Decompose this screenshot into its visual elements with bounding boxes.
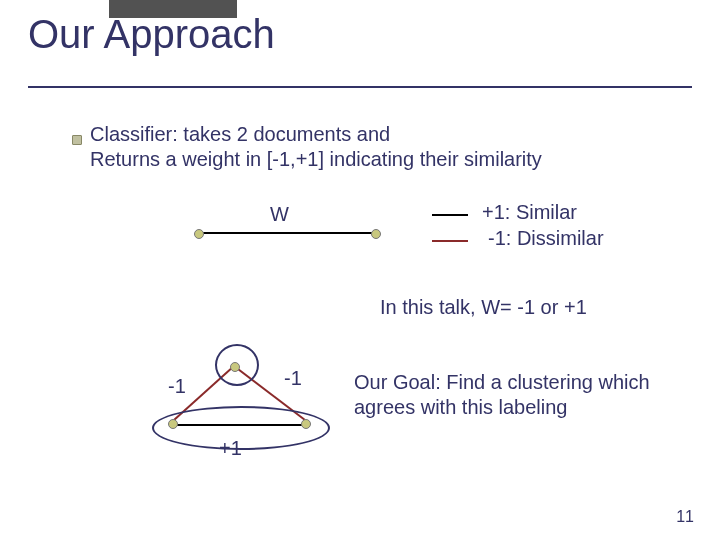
title-underline — [28, 86, 692, 88]
doc-node-a — [194, 229, 204, 239]
legend-similar-line — [432, 214, 468, 216]
legend-similar-text: +1: Similar — [482, 201, 577, 224]
legend-dissimilar-line — [432, 240, 468, 242]
w-edge-label: W — [270, 203, 289, 226]
goal-text-line1: Our Goal: Find a clustering which agrees… — [354, 370, 674, 420]
slide-number: 11 — [676, 508, 694, 526]
edge-neg1-left: -1 — [168, 375, 186, 398]
cluster-top-ellipse — [215, 344, 259, 386]
doc-node-b — [371, 229, 381, 239]
talk-note: In this talk, W= -1 or +1 — [380, 296, 587, 319]
slide-title: Our Approach — [28, 12, 275, 57]
classifier-line-2: Returns a weight in [-1,+1] indicating t… — [90, 148, 542, 171]
edge-neg1-right: -1 — [284, 367, 302, 390]
cluster-bottom-ellipse — [152, 406, 330, 450]
goal-text: Our Goal: Find a clustering which agrees… — [354, 370, 674, 420]
legend-dissimilar-text: -1: Dissimilar — [488, 227, 604, 250]
bullet-icon — [72, 135, 82, 145]
classifier-line-1: Classifier: takes 2 documents and — [90, 123, 390, 146]
edge-lines — [0, 0, 720, 540]
